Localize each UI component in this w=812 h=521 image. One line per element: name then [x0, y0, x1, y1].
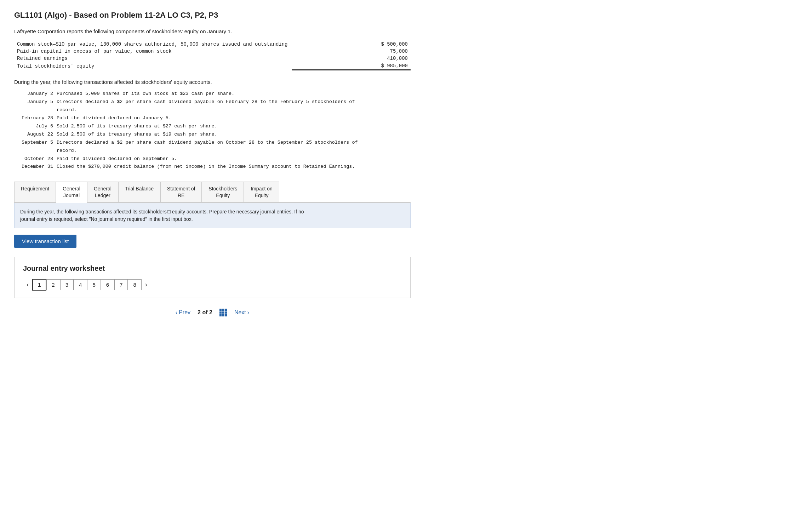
equity-label: Total stockholders' equity [14, 62, 292, 70]
intro-text: Lafayette Corporation reports the follow… [14, 28, 411, 34]
page-stepper: ‹ 12345678 › [23, 279, 402, 291]
prev-chevron-icon: ‹ [176, 309, 177, 316]
tab-general-journal[interactable]: General Journal [56, 182, 87, 202]
transaction-row: January 2Purchased 5,000 shares of its o… [14, 90, 411, 98]
tab-trial-balance[interactable]: Trial Balance [118, 182, 160, 202]
tx-date [14, 147, 57, 155]
stepper-page-2[interactable]: 2 [46, 279, 60, 290]
equity-label: Common stock—$10 par value, 130,000 shar… [14, 41, 292, 48]
tab-stockholders-equity[interactable]: Stockholders Equity [202, 182, 244, 202]
next-label: Next [234, 309, 246, 316]
tab-impact-equity[interactable]: Impact on Equity [244, 182, 279, 202]
tx-desc: Sold 2,500 of its treasury shares at $19… [57, 131, 411, 139]
stepper-page-1[interactable]: 1 [32, 279, 46, 291]
grid-icon [219, 309, 227, 316]
stepper-page-8[interactable]: 8 [128, 279, 141, 290]
transaction-row: December 31Closed the $270,000 credit ba… [14, 163, 411, 171]
tabs-container: RequirementGeneral JournalGeneral Ledger… [14, 182, 411, 202]
tx-desc: Paid the dividend declared on January 5. [57, 114, 411, 122]
tx-desc: Purchased 5,000 shares of its own stock … [57, 90, 411, 98]
bottom-nav: ‹ Prev 2 of 2 Next › [14, 309, 411, 316]
tx-desc: Directors declared a $2 per share cash d… [57, 139, 411, 147]
info-box: During the year, the following transacti… [14, 203, 411, 228]
stepper-page-4[interactable]: 4 [74, 279, 87, 290]
transactions-header: During the year, the following transacti… [14, 79, 411, 85]
stepper-page-6[interactable]: 6 [101, 279, 114, 290]
tx-desc: Paid the dividend declared on September … [57, 155, 411, 163]
equity-value: 410,000 [292, 55, 411, 62]
page-title: GL1101 (Algo) - Based on Problem 11-2A L… [14, 11, 411, 20]
transaction-row: February 28Paid the dividend declared on… [14, 114, 411, 122]
tx-date [14, 106, 57, 114]
transaction-row: record. [14, 147, 411, 155]
prev-label: Prev [179, 309, 190, 316]
transaction-row: January 5Directors declared a $2 per sha… [14, 98, 411, 106]
stepper-page-5[interactable]: 5 [87, 279, 101, 290]
tx-date: August 22 [14, 131, 57, 139]
tx-date: January 5 [14, 98, 57, 106]
equity-row: Total stockholders' equity$ 985,000 [14, 62, 411, 70]
transaction-row: record. [14, 106, 411, 114]
view-transaction-list-button[interactable]: View transaction list [14, 235, 76, 248]
page-info: 2 of 2 [198, 309, 212, 316]
tx-desc: Closed the $270,000 credit balance (from… [57, 163, 411, 171]
grid-icon-button[interactable] [219, 309, 227, 316]
tx-date: December 31 [14, 163, 57, 171]
tab-requirement[interactable]: Requirement [14, 182, 56, 202]
tx-desc: Sold 2,500 of its treasury shares at $27… [57, 122, 411, 131]
tx-date: July 6 [14, 122, 57, 131]
equity-label: Paid-in capital in excess of par value, … [14, 48, 292, 55]
stepper-page-3[interactable]: 3 [60, 279, 74, 290]
equity-value: $ 500,000 [292, 41, 411, 48]
tab-statement-re[interactable]: Statement of RE [160, 182, 202, 202]
tab-general-ledger[interactable]: General Ledger [87, 182, 118, 202]
tx-desc: Directors declared a $2 per share cash d… [57, 98, 411, 106]
prev-button[interactable]: ‹ Prev [176, 309, 190, 316]
tx-date: September 5 [14, 139, 57, 147]
equity-value: $ 985,000 [292, 62, 411, 70]
transaction-row: August 22Sold 2,500 of its treasury shar… [14, 131, 411, 139]
transactions-list: January 2Purchased 5,000 shares of its o… [14, 90, 411, 171]
equity-row: Retained earnings410,000 [14, 55, 411, 62]
tx-desc: record. [57, 147, 411, 155]
equity-value: 75,000 [292, 48, 411, 55]
equity-row: Paid-in capital in excess of par value, … [14, 48, 411, 55]
tx-date: January 2 [14, 90, 57, 98]
next-chevron-icon: › [247, 309, 249, 316]
stepper-prev-arrow[interactable]: ‹ [23, 279, 32, 291]
equity-row: Common stock—$10 par value, 130,000 shar… [14, 41, 411, 48]
tx-date: October 28 [14, 155, 57, 163]
transaction-row: September 5Directors declared a $2 per s… [14, 139, 411, 147]
worksheet-box: Journal entry worksheet ‹ 12345678 › [14, 257, 411, 298]
worksheet-title: Journal entry worksheet [23, 264, 402, 273]
next-button[interactable]: Next › [234, 309, 249, 316]
stepper-page-7[interactable]: 7 [114, 279, 128, 290]
transaction-row: July 6Sold 2,500 of its treasury shares … [14, 122, 411, 131]
transaction-row: October 28Paid the dividend declared on … [14, 155, 411, 163]
tx-date: February 28 [14, 114, 57, 122]
tx-desc: record. [57, 106, 411, 114]
equity-label: Retained earnings [14, 55, 292, 62]
stepper-next-arrow[interactable]: › [142, 279, 151, 291]
equity-table: Common stock—$10 par value, 130,000 shar… [14, 41, 411, 70]
